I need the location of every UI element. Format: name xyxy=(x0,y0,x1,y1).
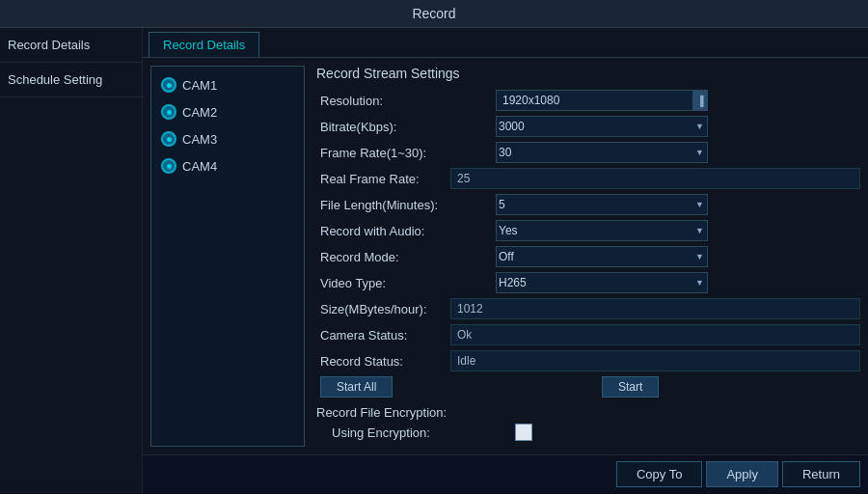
cam3-label: CAM3 xyxy=(182,132,217,147)
video-type-wrapper: H265 H264 xyxy=(496,272,708,293)
apply-button[interactable]: Apply xyxy=(706,461,778,487)
cam4-label: CAM4 xyxy=(182,159,217,174)
using-encryption-checkbox[interactable] xyxy=(515,424,532,441)
cam2-label: CAM2 xyxy=(182,105,217,120)
resolution-label: Resolution: xyxy=(312,94,496,108)
real-frame-rate-value: 25 xyxy=(450,168,860,189)
frame-rate-select[interactable]: 30 xyxy=(496,142,708,163)
action-buttons: Start All Start xyxy=(312,376,860,398)
real-frame-rate-label: Real Frame Rate: xyxy=(312,172,450,186)
record-audio-row: Record with Audio: Yes No xyxy=(312,219,860,242)
cam2-icon xyxy=(161,104,176,120)
window-title: Record xyxy=(412,6,455,21)
bitrate-row: Bitrate(Kbps): 3000 xyxy=(312,115,860,138)
resolution-input[interactable] xyxy=(496,90,708,111)
frame-rate-wrapper: 30 xyxy=(496,142,708,163)
real-frame-rate-row: Real Frame Rate: 25 xyxy=(312,167,860,190)
using-encryption-label: Using Encryption: xyxy=(324,425,507,440)
camera-status-label: Camera Status: xyxy=(312,328,450,343)
start-all-button[interactable]: Start All xyxy=(320,376,393,398)
camera-status-value: Ok xyxy=(450,324,860,345)
file-length-wrapper: 5 xyxy=(496,194,708,215)
start-button[interactable]: Start xyxy=(602,376,659,398)
bitrate-select[interactable]: 3000 xyxy=(496,116,708,137)
settings-title: Record Stream Settings xyxy=(312,66,860,81)
tab-record-details[interactable]: Record Details xyxy=(149,32,259,57)
cam3-item[interactable]: CAM3 xyxy=(155,126,300,151)
record-mode-select[interactable]: Off On xyxy=(496,246,708,267)
resolution-wrapper xyxy=(496,90,708,111)
cam4-icon xyxy=(161,158,176,174)
cam1-label: CAM1 xyxy=(182,78,217,93)
encryption-section: Record File Encryption: Using Encryption… xyxy=(312,405,860,441)
copy-to-button[interactable]: Copy To xyxy=(616,461,702,487)
camera-status-row: Camera Status: Ok xyxy=(312,323,860,346)
size-row: Size(MBytes/hour): 1012 xyxy=(312,297,860,320)
file-length-row: File Length(Minutes): 5 xyxy=(312,193,860,216)
record-status-label: Record Status: xyxy=(312,354,450,369)
record-audio-select[interactable]: Yes No xyxy=(496,220,708,241)
sidebar-item-schedule-setting[interactable]: Schedule Setting xyxy=(0,63,142,97)
camera-list: CAM1 CAM2 CAM3 CAM4 xyxy=(150,66,305,447)
record-status-row: Record Status: Idle xyxy=(312,349,860,372)
encryption-row: Using Encryption: xyxy=(316,424,860,441)
record-audio-label: Record with Audio: xyxy=(312,224,496,238)
cam1-icon xyxy=(161,77,176,93)
record-mode-wrapper: Off On xyxy=(496,246,708,267)
cam4-item[interactable]: CAM4 xyxy=(155,153,300,178)
record-audio-wrapper: Yes No xyxy=(496,220,708,241)
bitrate-select-wrapper: 3000 xyxy=(496,116,708,137)
file-length-select[interactable]: 5 xyxy=(496,194,708,215)
record-mode-label: Record Mode: xyxy=(312,250,496,264)
encryption-title: Record File Encryption: xyxy=(316,405,860,420)
file-length-label: File Length(Minutes): xyxy=(312,198,496,212)
video-type-select[interactable]: H265 H264 xyxy=(496,272,708,293)
frame-rate-label: Frame Rate(1~30): xyxy=(312,146,496,160)
resolution-row: Resolution: xyxy=(312,89,860,112)
size-label: Size(MBytes/hour): xyxy=(312,302,450,316)
settings-panel: Record Stream Settings Resolution: Bitra… xyxy=(312,66,860,447)
return-button[interactable]: Return xyxy=(782,461,860,487)
footer-bar: Copy To Apply Return xyxy=(143,454,868,493)
cam3-icon xyxy=(161,131,176,147)
video-type-row: Video Type: H265 H264 xyxy=(312,271,860,294)
video-type-label: Video Type: xyxy=(312,276,496,290)
bitrate-label: Bitrate(Kbps): xyxy=(312,120,496,134)
record-status-value: Idle xyxy=(450,350,860,371)
cam1-item[interactable]: CAM1 xyxy=(155,72,300,97)
size-value: 1012 xyxy=(450,298,860,319)
record-mode-row: Record Mode: Off On xyxy=(312,245,860,268)
cam2-item[interactable]: CAM2 xyxy=(155,99,300,124)
frame-rate-row: Frame Rate(1~30): 30 xyxy=(312,141,860,164)
sidebar-item-record-details[interactable]: Record Details xyxy=(0,28,142,63)
